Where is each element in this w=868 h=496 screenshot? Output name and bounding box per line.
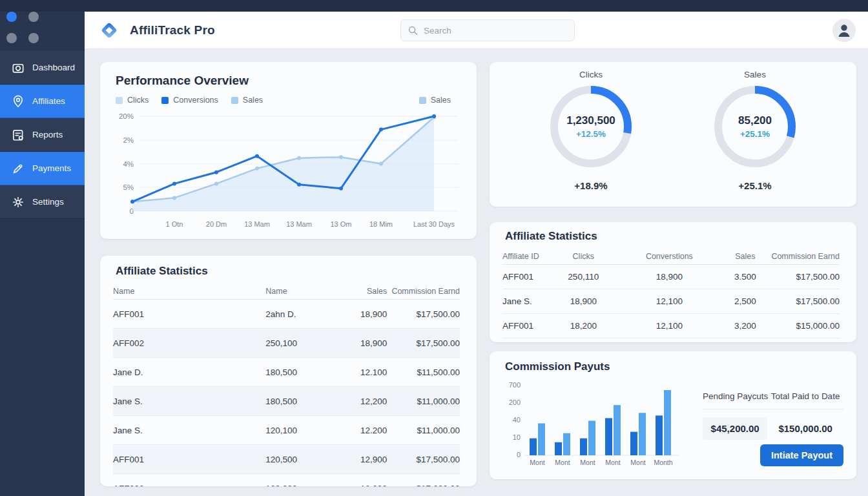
table-cell: 12.100 bbox=[353, 367, 388, 377]
app-title: AffiliTrack Pro bbox=[130, 23, 215, 37]
payout-headers: Pending Paycuts Total Paid to Date bbox=[703, 391, 843, 409]
table-row: Jane S.18,90012,1002,500$17,500.00 bbox=[502, 289, 840, 314]
initiate-payout-button[interactable]: Intiate Payout bbox=[760, 444, 843, 466]
donut-delta: +12.5% bbox=[576, 129, 606, 139]
donut-block-sales: Sales85,200+25.1%+25.1% bbox=[694, 70, 816, 207]
table-cell: Jane S. bbox=[113, 397, 265, 406]
svg-text:Last 30 Days: Last 30 Days bbox=[413, 220, 455, 228]
table-cell: Jane S. bbox=[113, 426, 265, 435]
sidebar-item-label: Settings bbox=[32, 197, 64, 207]
sidebar-item-label: Payments bbox=[32, 163, 71, 173]
table-cell: 18,900 bbox=[353, 309, 388, 319]
pending-payouts-value: $45,200.00 bbox=[703, 417, 767, 440]
user-avatar[interactable] bbox=[832, 19, 856, 42]
affiliate-table-right: Affiliate IDClicksConverstionsSalesCommi… bbox=[502, 248, 840, 338]
svg-text:13 Mam: 13 Mam bbox=[286, 220, 312, 228]
table-header-row: NameNameSalesCommission Earnd bbox=[113, 283, 460, 300]
window-top-strip bbox=[0, 0, 868, 12]
table-cell: 120,500 bbox=[265, 455, 352, 464]
table-cell: $17,500.00 bbox=[387, 309, 460, 319]
table-cell: $17,500.00 bbox=[769, 272, 840, 282]
column-header: Clicks bbox=[550, 252, 617, 261]
svg-text:700: 700 bbox=[509, 381, 521, 389]
sidebar-item-label: Affiliates bbox=[32, 96, 65, 106]
dot-gray bbox=[28, 33, 39, 43]
sidebar-item-label: Dashboard bbox=[32, 63, 75, 72]
performance-overview-card: Performance Overview ClicksConversionsSa… bbox=[100, 62, 477, 239]
legend-swatch bbox=[419, 97, 426, 104]
sidebar-item-dashboard[interactable]: Dashboard bbox=[0, 51, 85, 85]
svg-text:Mont: Mont bbox=[530, 459, 544, 466]
donut-delta: +25.1% bbox=[740, 129, 770, 139]
table-cell: 120,100 bbox=[265, 426, 352, 435]
svg-text:40: 40 bbox=[513, 416, 521, 424]
right-table-title: Affiliate Statistics bbox=[505, 230, 597, 243]
table-cell: 18,000 bbox=[353, 484, 388, 487]
gear-icon bbox=[11, 195, 25, 209]
table-cell: 18,900 bbox=[353, 338, 388, 348]
svg-text:Month: Month bbox=[654, 459, 672, 466]
affiliate-table-left: NameNameSalesCommission EarndAFF0012ahn … bbox=[113, 283, 460, 486]
total-paid-label: Total Paid to Date bbox=[767, 391, 843, 401]
table-row: Jane S.120,10012.200$11,000.00 bbox=[113, 416, 460, 445]
payout-values: $45,200.00 $150,000.00 bbox=[703, 417, 843, 440]
legend-item-sales-right: Sales bbox=[419, 96, 451, 105]
svg-text:Mont: Mont bbox=[630, 459, 645, 466]
table-cell: Jane D. bbox=[113, 367, 265, 377]
table-cell: $17,500.00 bbox=[387, 338, 460, 348]
donut-label: Sales bbox=[694, 70, 816, 79]
table-cell: 120,300 bbox=[265, 484, 352, 487]
table-cell: AFF002 bbox=[113, 338, 265, 348]
legend-items: ClicksConversionsSales bbox=[116, 96, 263, 105]
table-cell: 250,110 bbox=[550, 272, 617, 282]
performance-title: Performance Overview bbox=[116, 74, 249, 88]
svg-text:20 Dm: 20 Dm bbox=[206, 220, 227, 228]
kpi-donut-card: Clicks1,230,500+12.5%+18.9%Sales85,200+2… bbox=[490, 62, 856, 207]
table-cell: AFF001 bbox=[502, 321, 550, 331]
table-cell: $17,000.00 bbox=[387, 484, 460, 487]
sidebar-item-settings[interactable]: Settings bbox=[0, 185, 85, 219]
donut-footer-delta: +25.1% bbox=[694, 180, 816, 191]
svg-text:10: 10 bbox=[513, 433, 521, 441]
column-header: Name bbox=[265, 287, 352, 296]
table-cell: $15,000.00 bbox=[769, 321, 840, 331]
table-cell: AFF002 bbox=[113, 484, 265, 487]
sidebar-item-affiliates[interactable]: Affiliates bbox=[0, 85, 85, 118]
legend-swatch bbox=[116, 97, 123, 104]
table-body: AFF001250,11018,9003.500$17,500.00Jane S… bbox=[502, 265, 840, 338]
donut-chart: 85,200+25.1% bbox=[712, 83, 798, 170]
legend-swatch bbox=[231, 97, 238, 104]
column-header: Affiliate ID bbox=[502, 252, 550, 261]
search-input[interactable] bbox=[424, 26, 559, 36]
svg-text:20%: 20% bbox=[119, 112, 134, 120]
legend-item-conversions: Conversions bbox=[161, 96, 218, 105]
svg-text:18 Mim: 18 Mim bbox=[369, 220, 393, 228]
legend-swatch bbox=[161, 97, 169, 104]
column-header: Sales bbox=[721, 252, 769, 261]
sidebar-item-payments[interactable]: Payments bbox=[0, 152, 85, 185]
table-cell: $11,000.00 bbox=[387, 426, 460, 435]
donut-value: 1,230,500 bbox=[566, 114, 615, 127]
svg-text:0: 0 bbox=[517, 451, 521, 459]
sidebar-item-reports[interactable]: Reports bbox=[0, 118, 85, 152]
table-row: AFF002120,30018,000$17,000.00 bbox=[113, 474, 460, 486]
table-cell: 18,900 bbox=[617, 272, 721, 282]
affiliate-statistics-card-right: Affiliate Statistics Affiliate IDClicksC… bbox=[490, 222, 856, 342]
sidebar: DashboardAffiliatesReportsPaymentsSettin… bbox=[0, 0, 85, 496]
column-header: Sales bbox=[353, 287, 388, 296]
table-row: AFF0012ahn D.18,900$17,500.00 bbox=[113, 300, 460, 329]
dot-gray bbox=[6, 33, 17, 43]
sidebar-item-label: Reports bbox=[32, 130, 63, 140]
sidebar-nav: DashboardAffiliatesReportsPaymentsSettin… bbox=[0, 51, 85, 219]
column-header: Commission Earnd bbox=[769, 252, 840, 261]
svg-text:13 Mam: 13 Mam bbox=[244, 220, 270, 228]
donut-footer-delta: +18.9% bbox=[530, 180, 652, 191]
report-icon bbox=[11, 128, 25, 142]
table-cell: 3.500 bbox=[721, 272, 769, 282]
table-row: Jane D.180,50012.100$11,500.00 bbox=[113, 358, 460, 387]
commission-bar-chart: 70020040100MontMontMontMontMontMonth bbox=[501, 377, 695, 469]
column-header: Converstions bbox=[617, 252, 721, 261]
pin-icon bbox=[11, 94, 25, 108]
app-header: AffiliTrack Pro bbox=[85, 12, 868, 49]
dot-gray bbox=[28, 12, 39, 22]
